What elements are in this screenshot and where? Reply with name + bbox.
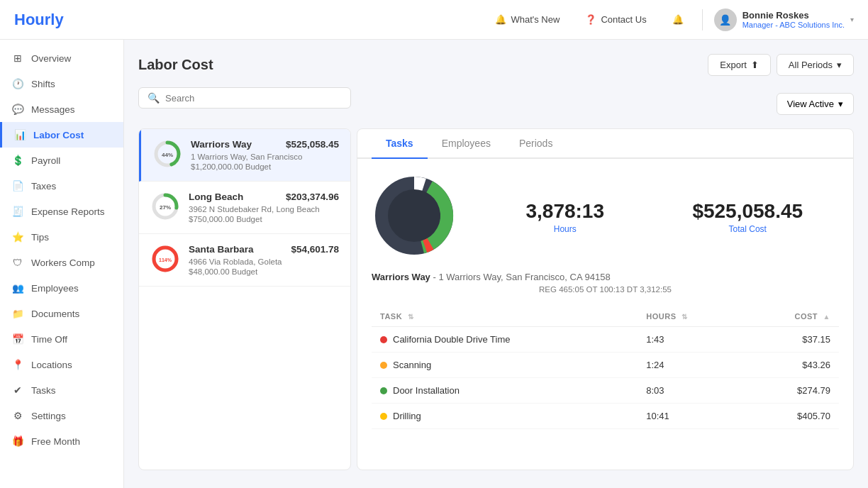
notification-bell-icon: 🔔 <box>672 14 684 25</box>
table-row[interactable]: Scanning 1:24 $43.26 <box>372 353 839 378</box>
svg-text:27%: 27% <box>160 204 171 211</box>
cursor-area: ↖ <box>139 287 350 372</box>
svg-text:44%: 44% <box>162 152 173 158</box>
clock-icon: 🕐 <box>11 77 24 90</box>
sidebar-item-payroll[interactable]: 💲 Payroll <box>0 148 123 173</box>
sidebar-item-shifts[interactable]: 🕐 Shifts <box>0 71 123 96</box>
list-item[interactable]: 27% Long Beach $203,374.96 3962 N Studeb… <box>139 182 350 234</box>
upload-icon: ⬆ <box>751 60 759 70</box>
sidebar: ⊞ Overview 🕐 Shifts 💬 Messages 📊 Labor C… <box>0 40 124 488</box>
sidebar-item-taxes[interactable]: 📄 Taxes <box>0 173 123 199</box>
col-task[interactable]: TASK ⇅ <box>372 306 638 327</box>
sidebar-item-workers-comp[interactable]: 🛡 Workers Comp <box>0 250 123 275</box>
header: Hourly 🔔 What's New ❓ Contact Us 🔔 👤 Bon… <box>0 0 868 40</box>
avatar: 👤 <box>714 9 737 31</box>
bell-icon: 🔔 <box>495 14 506 25</box>
sidebar-item-messages[interactable]: 💬 Messages <box>0 96 123 122</box>
two-col-layout: 44% Warriors Way $525,058.45 1 Warriors … <box>138 128 854 470</box>
dollar-icon: 💲 <box>11 154 24 167</box>
contact-us-button[interactable]: ❓ Contact Us <box>578 10 653 29</box>
sidebar-item-documents[interactable]: 📁 Documents <box>0 301 123 326</box>
grid-icon: ⊞ <box>11 52 24 65</box>
app-root: Hourly 🔔 What's New ❓ Contact Us 🔔 👤 Bon… <box>0 0 868 488</box>
page-title: Labor Cost <box>138 57 708 73</box>
user-details: Bonnie Roskes Manager - ABC Solutions In… <box>742 10 845 29</box>
notifications-button[interactable]: 🔔 <box>665 10 691 29</box>
pin-icon: 📍 <box>11 358 24 371</box>
sort-cost-icon: ▲ <box>823 313 830 321</box>
sidebar-item-overview[interactable]: ⊞ Overview <box>0 45 123 71</box>
donut-chart-small-2: 27% <box>150 192 180 221</box>
table-row[interactable]: Drilling 10:41 $405.70 <box>372 404 839 429</box>
tab-employees[interactable]: Employees <box>428 129 505 159</box>
calendar-icon: 📅 <box>11 333 24 345</box>
export-button[interactable]: Export ⬆ <box>708 54 771 76</box>
user-chevron-icon: ▾ <box>850 16 854 23</box>
donut-chart-small-1: 44% <box>152 139 182 169</box>
search-bar[interactable]: 🔍 <box>138 87 351 109</box>
sidebar-item-tips[interactable]: ⭐ Tips <box>0 224 123 250</box>
col-hours[interactable]: HOURS ⇅ <box>638 306 743 327</box>
detail-content: 3,878:13 Hours $525,058.45 Total Cost <box>357 159 853 443</box>
user-icon: 👤 <box>719 14 731 26</box>
donut-chart-large <box>372 173 457 258</box>
stat-total-cost: $525,058.45 Total Cost <box>657 200 840 234</box>
gear-icon: ⚙ <box>11 409 24 422</box>
sidebar-item-locations[interactable]: 📍 Locations <box>0 352 123 377</box>
sort-hours-icon: ⇅ <box>681 313 688 321</box>
sidebar-item-free-month[interactable]: 🎁 Free Month <box>0 428 123 454</box>
page-header: Labor Cost Export ⬆ All Periods ▾ <box>138 54 854 76</box>
sidebar-item-expense-reports[interactable]: 🧾 Expense Reports <box>0 199 123 224</box>
user-name: Bonnie Roskes <box>742 10 845 21</box>
location-list: 44% Warriors Way $525,058.45 1 Warriors … <box>138 128 351 470</box>
table-row[interactable]: California Double Drive Time 1:43 $37.15 <box>372 327 839 353</box>
tab-tasks[interactable]: Tasks <box>372 129 428 159</box>
star-icon: ⭐ <box>11 231 24 243</box>
header-divider <box>702 9 703 30</box>
sidebar-item-employees[interactable]: 👥 Employees <box>0 275 123 301</box>
list-item[interactable]: 114% Santa Barbara $54,601.78 4966 Via R… <box>139 234 350 287</box>
bar-chart-icon: 📊 <box>13 128 26 141</box>
sidebar-item-settings[interactable]: ⚙ Settings <box>0 403 123 428</box>
user-info: 👤 Bonnie Roskes Manager - ABC Solutions … <box>714 9 854 31</box>
chevron-down-icon: ▾ <box>837 60 842 70</box>
sidebar-item-labor-cost[interactable]: 📊 Labor Cost <box>0 122 123 148</box>
people-icon: 👥 <box>11 282 24 294</box>
whats-new-button[interactable]: 🔔 What's New <box>488 10 567 29</box>
stat-hours: 3,878:13 Hours <box>474 200 657 234</box>
donut-chart-small-3: 114% <box>150 244 180 274</box>
col-cost[interactable]: COST ▲ <box>743 306 839 327</box>
search-icon: 🔍 <box>148 92 160 104</box>
table-row[interactable]: Door Installation 8:03 $274.79 <box>372 378 839 404</box>
detail-location-address: - 1 Warriors Way, San Francisco, CA 9415… <box>433 272 610 282</box>
detail-tabs: Tasks Employees Periods <box>357 129 853 159</box>
chat-icon: 💬 <box>11 103 24 116</box>
app-logo: Hourly <box>14 11 64 29</box>
tasks-table: TASK ⇅ HOURS ⇅ COST <box>372 306 839 429</box>
view-active-button[interactable]: View Active ▾ <box>777 93 854 115</box>
list-item[interactable]: 44% Warriors Way $525,058.45 1 Warriors … <box>139 129 350 182</box>
header-actions: 🔔 What's New ❓ Contact Us 🔔 👤 Bonnie Ros… <box>488 9 854 31</box>
all-periods-button[interactable]: All Periods ▾ <box>777 54 854 76</box>
receipt-icon: 🧾 <box>11 205 24 218</box>
sort-task-icon: ⇅ <box>408 313 414 321</box>
detail-location-name: Warriors Way <box>372 272 430 282</box>
shield-icon: 🛡 <box>11 256 24 269</box>
question-icon: ❓ <box>585 14 596 25</box>
detail-panel: Tasks Employees Periods <box>357 128 854 470</box>
content-area: Labor Cost Export ⬆ All Periods ▾ 🔍 <box>124 40 868 488</box>
view-active-chevron-icon: ▾ <box>838 99 843 109</box>
search-input[interactable] <box>165 93 342 104</box>
doc-icon: 📁 <box>11 307 24 320</box>
user-role: Manager - ABC Solutions Inc. <box>742 21 845 29</box>
page-header-buttons: Export ⬆ All Periods ▾ <box>708 54 854 76</box>
check-icon: ✔ <box>11 384 24 396</box>
sidebar-item-tasks[interactable]: ✔ Tasks <box>0 377 123 403</box>
tax-icon: 📄 <box>11 179 24 192</box>
sidebar-item-time-off[interactable]: 📅 Time Off <box>0 326 123 352</box>
tab-periods[interactable]: Periods <box>505 129 567 159</box>
tasks-table-wrap: TASK ⇅ HOURS ⇅ COST <box>372 301 839 429</box>
sidebar-nav: ⊞ Overview 🕐 Shifts 💬 Messages 📊 Labor C… <box>0 40 123 460</box>
reg-detail: REG 465:05 OT 100:13 DT 3,312:55 <box>372 285 839 294</box>
gift-icon: 🎁 <box>11 435 24 448</box>
